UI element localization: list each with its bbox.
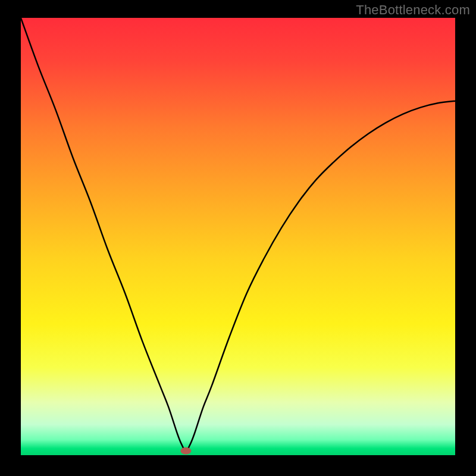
chart-svg bbox=[21, 18, 455, 455]
chart-plot-area bbox=[21, 18, 455, 455]
chart-background bbox=[21, 18, 455, 455]
watermark-text: TheBottleneck.com bbox=[356, 2, 470, 18]
curve-minimum-marker bbox=[180, 447, 191, 455]
